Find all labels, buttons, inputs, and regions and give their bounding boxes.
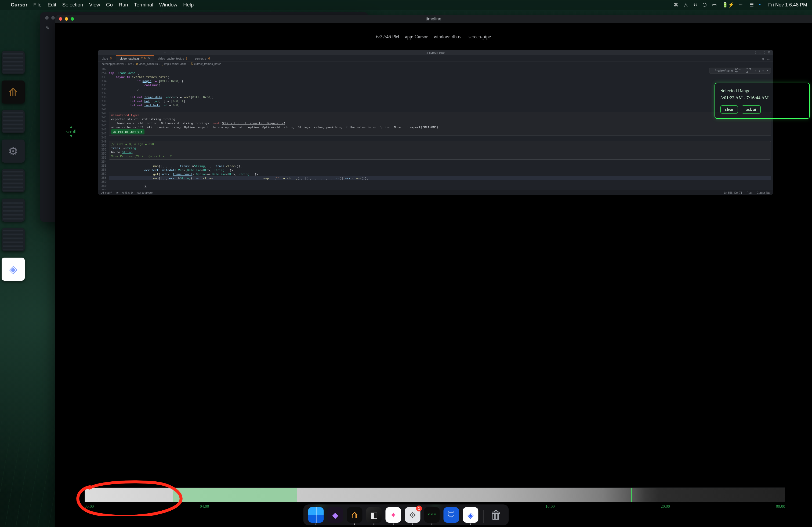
menubar-battery-icon[interactable]: 🔋⚡ xyxy=(722,2,734,8)
scroll-down-icon: ▼ xyxy=(66,134,76,138)
menu-edit[interactable]: Edit xyxy=(47,2,56,8)
frame-window: window: db.rs — screen-pipe xyxy=(434,34,491,40)
menu-file[interactable]: File xyxy=(33,2,42,8)
ask-ai-button[interactable]: ask ai xyxy=(742,105,761,114)
frame-info-pill: 6:22:46 PM app: Cursor window: db.rs — s… xyxy=(371,32,496,42)
tick-5: 20:00 xyxy=(661,504,670,509)
ai-fix-button[interactable]: AI Fix In Chat ⌥⇧E xyxy=(111,129,144,134)
menu-window[interactable]: Window xyxy=(159,2,177,8)
editor-breadcrumbs[interactable]: screenpipe-server› src› ⧉ video_cache.rs… xyxy=(98,61,773,66)
timeline-selection[interactable] xyxy=(173,488,297,502)
status-lang[interactable]: Rust xyxy=(746,191,752,194)
menu-run[interactable]: Run xyxy=(119,2,128,8)
timeline-cursor[interactable] xyxy=(631,488,632,502)
menu-help[interactable]: Help xyxy=(183,2,193,8)
status-rust-analyzer[interactable]: rust-analyzer xyxy=(136,191,153,194)
menubar-control-center-icon[interactable]: ☰ xyxy=(750,2,754,8)
bg-window-compose-icon[interactable]: ✎ xyxy=(46,25,50,31)
frame-time: 6:22:46 PM xyxy=(376,34,399,40)
more-icon[interactable]: ⋯ xyxy=(767,57,770,61)
panel-right-icon[interactable]: ▯ xyxy=(764,51,765,54)
status-branch[interactable]: ⎇ main* xyxy=(101,191,112,194)
menu-view[interactable]: View xyxy=(89,2,100,8)
zoom-icon[interactable] xyxy=(71,17,74,21)
desktop-thumb-3[interactable] xyxy=(2,169,25,192)
dock-app-cursor[interactable]: ◧ xyxy=(366,507,382,523)
tab-close-icon[interactable]: ✕ xyxy=(148,57,150,60)
editor-nav-arrows[interactable]: ← → xyxy=(164,51,177,54)
tab-server-rs[interactable]: server.rs M xyxy=(191,56,214,61)
timeline-track[interactable] xyxy=(85,487,785,502)
menubar-app-name[interactable]: Cursor xyxy=(11,2,27,8)
menubar-link-icon[interactable]: ⌘ xyxy=(674,2,679,8)
selected-range-panel: Selected Range: 3:01:23 AM - 7:16:44 AM … xyxy=(714,82,810,119)
dock-app-alacritty[interactable]: ⟰ xyxy=(347,507,362,523)
range-heading: Selected Range: xyxy=(721,88,804,94)
menubar-screen-icon[interactable]: ▭ xyxy=(712,2,717,8)
close-icon[interactable] xyxy=(59,17,62,21)
desktop-window-stack xyxy=(2,51,25,281)
tab-db-rs[interactable]: db.rs M xyxy=(98,56,116,61)
timeline-traffic-lights[interactable] xyxy=(59,17,74,21)
tick-4: 16:00 xyxy=(546,504,555,509)
tab-video-cache-test-rs[interactable]: video_cache_test.rs 3 xyxy=(154,56,191,61)
desktop-thumb-2[interactable] xyxy=(2,110,25,133)
timeline-titlebar[interactable]: timeline xyxy=(55,15,812,23)
scroll-up-icon: ▲ xyxy=(66,125,76,129)
editor-code[interactable]: impl FrameCache { async fn extract_frame… xyxy=(109,66,773,190)
gear-icon[interactable]: ⚙ xyxy=(768,51,770,54)
menubar-hex-icon[interactable]: ⬡ xyxy=(702,2,707,8)
menu-go[interactable]: Go xyxy=(106,2,113,8)
clear-button[interactable]: clear xyxy=(721,105,738,114)
menubar-triangle-icon[interactable]: △ xyxy=(684,2,688,8)
desktop-thumb-tauri[interactable] xyxy=(2,258,25,281)
menu-terminal[interactable]: Terminal xyxy=(134,2,153,8)
dock-app-bitwarden[interactable]: 🛡 xyxy=(444,507,459,523)
menubar-clock[interactable]: Fri Nov 1 6:48 PM xyxy=(768,2,807,8)
desktop-thumb-4[interactable] xyxy=(2,199,25,222)
editor-status-bar[interactable]: ⎇ main* ⟳ ⊘ 5 ⚠ 0 rust-analyzer Ln 356, … xyxy=(98,190,773,195)
menubar-wifi-icon[interactable]: ᯤ xyxy=(739,2,744,8)
dock-app-arc[interactable]: ✦ xyxy=(386,507,401,523)
desktop-thumb-system-settings[interactable] xyxy=(2,139,25,163)
panel-bottom-icon[interactable]: ▭ xyxy=(758,51,761,54)
tab-video-cache-rs[interactable]: video_cache.rs 2, M ✕ xyxy=(116,55,154,61)
menu-selection[interactable]: Selection xyxy=(62,2,83,8)
editor-layout-icons[interactable]: ▯ ▭ ▯ ⚙ xyxy=(755,51,770,54)
menubar-dot-icon: • xyxy=(759,2,761,8)
desktop-thumb-1[interactable] xyxy=(2,51,25,74)
tick-0: 00:00 xyxy=(85,504,94,509)
search-icon: ⌕ xyxy=(426,51,428,54)
status-sync-icon[interactable]: ⟳ xyxy=(116,191,118,194)
menubar-stack-icon[interactable]: ≋ xyxy=(693,2,697,8)
macos-menubar: Cursor File Edit Selection View Go Run T… xyxy=(0,0,812,10)
timeline-window-title: timeline xyxy=(425,16,441,22)
editor-tabs[interactable]: db.rs M video_cache.rs 2, M ✕ video_cach… xyxy=(98,55,773,61)
desktop-thumb-5[interactable] xyxy=(2,228,25,251)
dock-badge: 1 xyxy=(416,506,422,511)
editor-search-box[interactable]: ⌕ screen-pipe xyxy=(426,51,445,54)
editor-gutter: 187 254 333 334 335 336 337 338 339 340 … xyxy=(98,66,109,190)
tick-6: 00:00 xyxy=(776,504,785,509)
minimize-icon[interactable] xyxy=(65,17,68,21)
status-position[interactable]: Ln 356, Col 71 xyxy=(724,191,742,194)
desktop-thumb-alacritty[interactable] xyxy=(2,80,25,104)
tick-1: 04:00 xyxy=(200,504,209,509)
dock-app-obsidian[interactable]: ◆ xyxy=(328,507,343,523)
editor-top-bar: ← → ⌕ screen-pipe ▯ ▭ ▯ ⚙ xyxy=(98,50,773,55)
dock-app-activity[interactable]: 〰 xyxy=(424,507,440,523)
panel-left-icon[interactable]: ▯ xyxy=(755,51,756,54)
status-mode[interactable]: Cursor Tab xyxy=(757,191,770,194)
status-problems[interactable]: ⊘ 5 ⚠ 0 xyxy=(122,191,133,194)
dock-app-finder[interactable] xyxy=(308,507,324,523)
frame-app: app: Cursor xyxy=(405,34,428,40)
dock-trash[interactable]: 🗑 xyxy=(489,507,504,523)
dock-app-system-settings[interactable]: ⚙ 1 xyxy=(405,507,420,523)
dock-app-tauri[interactable]: ◈ xyxy=(463,507,478,523)
diff-icon[interactable]: ⇅ xyxy=(762,57,765,61)
scroll-hint: ▲ scroll ▼ xyxy=(66,125,76,138)
macos-dock[interactable]: ◆ ⟰ ◧ ✦ ⚙ 1 〰 🛡 ◈ 🗑 xyxy=(303,505,509,525)
range-value: 3:01:23 AM - 7:16:44 AM xyxy=(721,95,804,101)
editor-preview: ← → ⌕ screen-pipe ▯ ▭ ▯ ⚙ db.rs M video_… xyxy=(98,50,773,195)
timeline-window: timeline 6:22:46 PM app: Cursor window: … xyxy=(55,15,812,527)
